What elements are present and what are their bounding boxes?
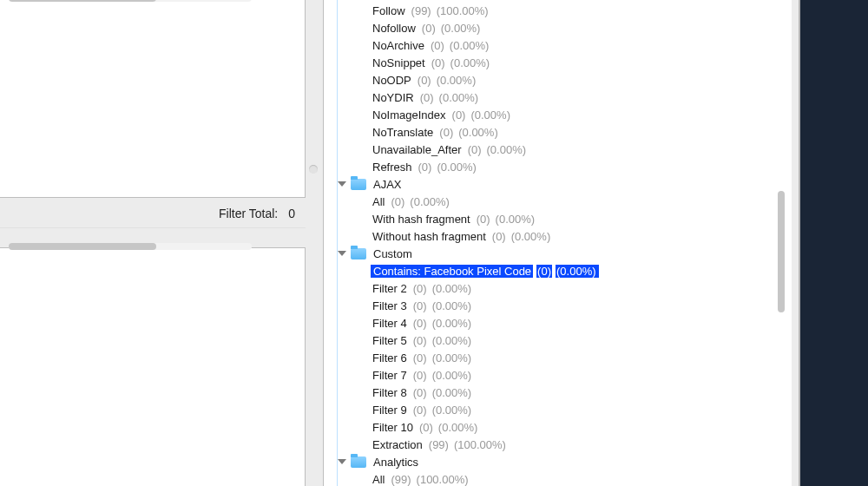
tree-item-count: (0) xyxy=(412,299,428,312)
tree-item-label: All xyxy=(371,195,386,208)
tree-item[interactable]: Unavailable_After(0)(0.00%) xyxy=(324,141,775,158)
tree-group[interactable]: AJAX xyxy=(324,175,775,193)
tree-item-label: Without hash fragment xyxy=(371,230,488,243)
tree-item-percent: (100.00%) xyxy=(453,438,507,451)
tree-item[interactable]: NoTranslate(0)(0.00%) xyxy=(324,123,775,141)
scrollbar-thumb[interactable] xyxy=(9,243,156,250)
tree-item-count: (99) xyxy=(428,438,450,451)
disclosure-triangle-icon[interactable] xyxy=(338,251,346,256)
tree-item-count: (0) xyxy=(536,265,552,278)
tree-item-count: (0) xyxy=(419,91,435,104)
tree-item-percent: (0.00%) xyxy=(510,230,552,243)
tree-item[interactable]: NoImageIndex(0)(0.00%) xyxy=(324,106,775,123)
tree[interactable]: Follow(99)(100.00%)Nofollow(0)(0.00%)NoA… xyxy=(324,0,775,486)
tree-item-label: Analytics xyxy=(372,456,420,469)
right-vscrollbar[interactable] xyxy=(778,35,785,399)
tree-item-percent: (0.00%) xyxy=(431,317,473,330)
tree-item-count: (0) xyxy=(431,56,446,69)
tree-item-percent: (0.00%) xyxy=(449,39,490,52)
tree-item-percent: (100.00%) xyxy=(416,473,470,486)
tree-item-percent: (100.00%) xyxy=(436,4,490,17)
tree-item-percent: (0.00%) xyxy=(438,91,480,104)
tree-item-label: With hash fragment xyxy=(371,213,472,226)
tree-item-count: (0) xyxy=(390,195,405,208)
split-handle[interactable] xyxy=(306,0,323,486)
tree-item[interactable]: Filter 5(0)(0.00%) xyxy=(324,332,775,349)
tree-item-count: (0) xyxy=(417,74,432,87)
tree-item[interactable]: Filter 3(0)(0.00%) xyxy=(324,297,775,314)
tree-item-count: (0) xyxy=(430,39,445,52)
left-top-hscrollbar[interactable] xyxy=(9,0,252,2)
tree-item-count: (0) xyxy=(418,161,433,174)
tree-item[interactable]: Follow(99)(100.00%) xyxy=(324,2,775,19)
tree-item[interactable]: Extraction(99)(100.00%) xyxy=(324,436,775,453)
tree-item[interactable]: Filter 10(0)(0.00%) xyxy=(324,418,775,436)
filter-total-label: Filter Total: xyxy=(219,207,278,220)
left-bottom-pane[interactable] xyxy=(0,247,306,486)
tree-item-percent: (0.00%) xyxy=(486,143,528,156)
tree-item-percent: (0.00%) xyxy=(556,265,599,278)
tree-item[interactable]: NoYDIR(0)(0.00%) xyxy=(324,89,775,106)
tree-item-label: Refresh xyxy=(371,161,414,174)
tree-item[interactable]: Nofollow(0)(0.00%) xyxy=(324,19,775,36)
tree-item-count: (0) xyxy=(451,108,467,122)
filter-total-value: 0 xyxy=(288,207,295,220)
tree-item-count: (0) xyxy=(421,22,437,35)
tree-item-label: Filter 10 xyxy=(371,421,415,434)
tree-item[interactable]: Filter 7(0)(0.00%) xyxy=(324,366,775,384)
tree-item-percent: (0.00%) xyxy=(431,404,473,417)
tree-item[interactable]: With hash fragment(0)(0.00%) xyxy=(324,210,775,227)
tree-item-percent: (0.00%) xyxy=(431,351,473,364)
tree-item-label: Contains: Facebook Pixel Code xyxy=(371,265,533,278)
tree-item[interactable]: NoArchive(0)(0.00%) xyxy=(324,36,775,54)
scrollbar-thumb[interactable] xyxy=(778,191,785,312)
tree-item-count: (0) xyxy=(476,213,491,226)
tree-item-label: NoImageIndex xyxy=(371,108,448,122)
tree-item[interactable]: All(99)(100.00%) xyxy=(324,470,775,486)
tree-item-count: (0) xyxy=(412,386,428,399)
tree-item-label: Filter 5 xyxy=(371,334,409,347)
tree-item-label: NoODP xyxy=(371,74,413,87)
disclosure-triangle-icon[interactable] xyxy=(338,459,346,464)
tree-item[interactable]: Without hash fragment(0)(0.00%) xyxy=(324,227,775,245)
left-bottom-hscrollbar[interactable] xyxy=(9,243,252,250)
tree-item[interactable]: Filter 4(0)(0.00%) xyxy=(324,314,775,332)
tree-item[interactable]: Filter 9(0)(0.00%) xyxy=(324,401,775,418)
tree-item-count: (0) xyxy=(412,351,428,364)
tree-item-count: (0) xyxy=(438,126,454,139)
tree-item[interactable]: Filter 8(0)(0.00%) xyxy=(324,384,775,401)
tree-item-label: Nofollow xyxy=(371,22,418,35)
scrollbar-thumb[interactable] xyxy=(9,0,156,2)
tree-item-percent: (0.00%) xyxy=(431,386,473,399)
tree-item-percent: (0.00%) xyxy=(431,369,473,382)
tree-item-label: NoTranslate xyxy=(371,126,435,139)
tree-group[interactable]: Custom xyxy=(324,245,775,262)
tree-item-label: Filter 3 xyxy=(371,299,409,312)
tree-item-label: NoArchive xyxy=(371,39,426,52)
tree-item-percent: (0.00%) xyxy=(431,282,473,295)
folder-icon xyxy=(351,179,366,190)
tree-item[interactable]: NoODP(0)(0.00%) xyxy=(324,71,775,89)
folder-icon xyxy=(351,456,366,468)
split-handle-grip xyxy=(309,165,318,174)
disclosure-triangle-icon[interactable] xyxy=(338,181,346,187)
tree-item[interactable]: Contains: Facebook Pixel Code(0)(0.00%) xyxy=(324,262,775,279)
tree-item-count: (0) xyxy=(412,334,428,347)
tree-item-percent: (0.00%) xyxy=(440,22,482,35)
tree-item[interactable]: Filter 6(0)(0.00%) xyxy=(324,349,775,366)
folder-icon xyxy=(351,248,366,259)
tree-item[interactable]: Refresh(0)(0.00%) xyxy=(324,158,775,175)
tree-item[interactable]: Filter 2(0)(0.00%) xyxy=(324,279,775,297)
tree-item-percent: (0.00%) xyxy=(436,74,477,87)
tree-item-count: (99) xyxy=(390,473,411,486)
app-window: Filter Total: 0 Follow(99)(100.00%)Nofol… xyxy=(0,0,800,486)
tree-item[interactable]: All(0)(0.00%) xyxy=(324,193,775,210)
tree-group[interactable]: Analytics xyxy=(324,453,775,470)
tree-item-label: Filter 7 xyxy=(371,369,409,382)
tree-item-count: (99) xyxy=(411,4,432,17)
tree-item[interactable]: NoSnippet(0)(0.00%) xyxy=(324,54,775,71)
right-tree-panel: Follow(99)(100.00%)Nofollow(0)(0.00%)NoA… xyxy=(323,0,792,486)
tree-item-label: Unavailable_After xyxy=(371,143,464,156)
left-top-pane[interactable] xyxy=(0,0,306,198)
tree-item-count: (0) xyxy=(412,317,428,330)
